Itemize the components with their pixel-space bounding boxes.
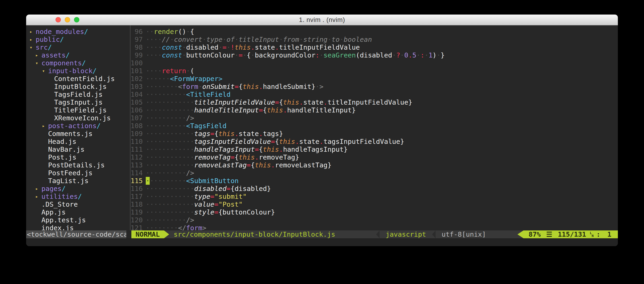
tree-item-folder[interactable]: ▾input-block/ (26, 67, 130, 75)
code-line[interactable]: 113············removeLastTag={this.remov… (130, 161, 618, 169)
tree-item-file[interactable]: TagsField.js (26, 91, 130, 98)
code-line[interactable]: 108··········<TagsField (130, 122, 618, 130)
tree-item-file[interactable]: Comments.js (26, 130, 130, 138)
tree-item-file[interactable]: NavBar.js (26, 145, 130, 153)
tree-item-folder[interactable]: ▾components/ (26, 59, 130, 67)
tree-item-label: node_modules (36, 28, 84, 35)
code-token: { (218, 208, 222, 216)
tree-item-file[interactable]: TagList.js (26, 177, 130, 185)
tree-item-file[interactable]: index.js (26, 224, 130, 230)
code-line[interactable]: 98····const·disabled·=·!this.state.title… (130, 43, 618, 51)
code-line[interactable]: 111············handleTagsInput={this.han… (130, 145, 618, 153)
code-token: titleInputFieldValue (328, 98, 408, 106)
folder-collapsed-arrow-icon[interactable]: ▸ (42, 122, 48, 130)
code-token: backgroundColor (255, 51, 315, 59)
code-line[interactable]: 114··········/> (130, 169, 618, 177)
folder-collapsed-arrow-icon[interactable]: ▸ (36, 185, 42, 193)
tree-item-folder[interactable]: ▸assets/ (26, 51, 130, 59)
code-token: ············ (146, 200, 194, 208)
tree-item-file[interactable]: TagsInput.js (26, 98, 130, 106)
code-token: · (234, 35, 238, 43)
code-token: removeLastTag (275, 161, 328, 169)
file-tree[interactable]: ▸node_modules/▸public/▾src/▸assets/▾comp… (26, 25, 130, 230)
tree-item-folder[interactable]: ▸node_modules/ (26, 28, 130, 35)
tree-item-file[interactable]: PostFeed.js (26, 169, 130, 177)
folder-expanded-arrow-icon[interactable]: ▾ (36, 59, 42, 67)
folder-collapsed-arrow-icon[interactable]: ▸ (36, 193, 42, 200)
code-line[interactable]: 109············tags={this.state.tags} (130, 130, 618, 138)
code-token: disabled (360, 51, 392, 59)
code-line[interactable]: 97····//·convert·type·of·titleInput·from… (130, 35, 618, 43)
code-line[interactable]: 112············removeTag={this.removeTag… (130, 153, 618, 161)
code-line[interactable]: 104··········<TitleField (130, 91, 618, 98)
tree-item-file[interactable]: XRemoveIcon.js (26, 114, 130, 122)
tree-item-file[interactable]: TitleField.js (26, 106, 130, 114)
code-line[interactable]: 117············type="submit" (130, 193, 618, 200)
code-editor[interactable]: 96··render()·{97····//·convert·type·of·t… (130, 25, 618, 230)
code-token: this (234, 43, 251, 51)
code-line[interactable]: 102······<FormWrapper> (130, 75, 618, 83)
code-line[interactable]: 120··········/> (130, 216, 618, 224)
code-token: ············ (146, 130, 194, 138)
code-token: { (239, 83, 243, 91)
tree-item-folder[interactable]: ▸utilities/ (26, 193, 130, 200)
tree-item-folder[interactable]: ▸pages/ (26, 185, 130, 193)
tree-item-label: assets (42, 51, 66, 59)
tree-item-file[interactable]: Head.js (26, 138, 130, 145)
code-line[interactable]: 101····return·( (130, 67, 618, 75)
code-token: tagsInputFieldValue (324, 138, 400, 145)
zoom-button-icon[interactable] (74, 17, 79, 22)
code-text: ············tags={this.state.tags} (146, 130, 283, 138)
code-token: = (255, 145, 258, 153)
code-line[interactable]: 115··········<SubmitButton (130, 177, 618, 185)
code-text: ··········<TitleField (146, 91, 231, 98)
tree-item-file[interactable]: App.js (26, 208, 130, 216)
tree-item-folder[interactable]: ▾src/ (26, 43, 130, 51)
tree-item-file[interactable]: InputBlock.js (26, 83, 130, 91)
tree-item-file[interactable]: ContentField.js (26, 75, 130, 83)
code-line[interactable]: 106············handleTitleInput={this.ha… (130, 106, 618, 114)
code-token: > (320, 83, 324, 91)
tree-item-file[interactable]: Post.js (26, 153, 130, 161)
code-token: handleTagsInput (194, 145, 255, 153)
window-titlebar[interactable]: 1. nvim . (nvim) (26, 14, 618, 25)
folder-collapsed-arrow-icon[interactable]: ▸ (36, 51, 42, 59)
tree-item-file[interactable]: .DS_Store (26, 200, 130, 208)
folder-collapsed-arrow-icon[interactable]: ▸ (30, 28, 36, 35)
code-line[interactable]: 96··render()·{ (130, 28, 618, 35)
tree-item-label: pages (42, 185, 62, 193)
code-token: handleTagsInput (283, 145, 344, 153)
code-line[interactable]: 118············value="Post" (130, 200, 618, 208)
tree-item-file[interactable]: App.test.js (26, 216, 130, 224)
folder-expanded-arrow-icon[interactable]: ▾ (30, 43, 36, 51)
code-token: ············ (146, 193, 194, 200)
code-token: : (420, 51, 424, 59)
code-line[interactable]: 100 (130, 59, 618, 67)
line-number: 114 (130, 169, 143, 177)
code-line[interactable]: 119············style={buttonColour} (130, 208, 618, 216)
lines-icon: ☰ (546, 230, 552, 238)
code-line[interactable]: 110············tagsInputFieldValue={this… (130, 138, 618, 145)
code-line[interactable]: 103········<form·onSubmit={this.handleSu… (130, 83, 618, 91)
code-token: buttonColour (186, 51, 235, 59)
code-token: } (295, 153, 299, 161)
code-token: } (344, 145, 348, 153)
code-line[interactable]: 99····const·buttonColour·=·{·backgroundC… (130, 51, 618, 59)
tree-item-folder[interactable]: ▸post-actions/ (26, 122, 130, 130)
code-token: handleSubmit (263, 83, 311, 91)
code-token: { (247, 51, 251, 59)
code-line[interactable]: 107··········/> (130, 114, 618, 122)
tree-item-label: InputBlock.js (54, 83, 107, 91)
folder-collapsed-arrow-icon[interactable]: ▸ (30, 35, 36, 43)
close-button-icon[interactable] (56, 17, 61, 22)
code-token: ( (190, 67, 194, 75)
code-line[interactable]: 121········</form> (130, 224, 618, 230)
code-line[interactable]: 116············disabled={disabled} (130, 185, 618, 193)
command-line[interactable] (26, 238, 618, 246)
code-token: removeTag (259, 153, 295, 161)
tree-item-folder[interactable]: ▸public/ (26, 35, 130, 43)
code-line[interactable]: 105············titleInputFieldValue={thi… (130, 98, 618, 106)
tree-item-file[interactable]: PostDetails.js (26, 161, 130, 169)
minimize-button-icon[interactable] (65, 17, 70, 22)
folder-expanded-arrow-icon[interactable]: ▾ (42, 67, 48, 75)
